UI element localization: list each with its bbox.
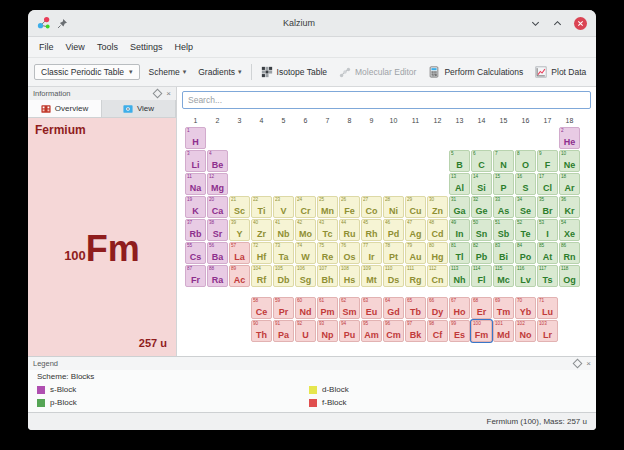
element-Sr[interactable]: 38Sr — [207, 219, 228, 241]
element-Cr[interactable]: 24Cr — [295, 196, 316, 218]
element-Ag[interactable]: 47Ag — [405, 219, 426, 241]
element-Sg[interactable]: 106Sg — [295, 265, 316, 287]
element-Lu[interactable]: 71Lu — [537, 297, 558, 319]
float-panel-icon[interactable] — [574, 360, 581, 367]
element-Fe[interactable]: 26Fe — [339, 196, 360, 218]
element-Nb[interactable]: 41Nb — [273, 219, 294, 241]
element-Nd[interactable]: 60Nd — [295, 297, 316, 319]
element-Tl[interactable]: 81Tl — [449, 242, 470, 264]
element-Fr[interactable]: 87Fr — [185, 265, 206, 287]
element-Ba[interactable]: 56Ba — [207, 242, 228, 264]
element-Si[interactable]: 14Si — [471, 173, 492, 195]
element-As[interactable]: 33As — [493, 196, 514, 218]
element-Sm[interactable]: 62Sm — [339, 297, 360, 319]
element-Tb[interactable]: 65Tb — [405, 297, 426, 319]
element-Na[interactable]: 11Na — [185, 173, 206, 195]
element-Np[interactable]: 93Np — [317, 320, 338, 342]
element-Ca[interactable]: 20Ca — [207, 196, 228, 218]
element-Fl[interactable]: 114Fl — [471, 265, 492, 287]
tab-view[interactable]: View — [102, 100, 176, 117]
element-Lr[interactable]: 103Lr — [537, 320, 558, 342]
element-At[interactable]: 85At — [537, 242, 558, 264]
element-Rn[interactable]: 86Rn — [559, 242, 580, 264]
perform-calculations-button[interactable]: Perform Calculations — [425, 64, 526, 80]
element-Ac[interactable]: 89Ac — [229, 265, 250, 287]
element-Ra[interactable]: 88Ra — [207, 265, 228, 287]
search-input[interactable] — [182, 91, 591, 109]
element-Ni[interactable]: 28Ni — [383, 196, 404, 218]
close-panel-icon[interactable]: × — [166, 90, 171, 98]
element-Pu[interactable]: 94Pu — [339, 320, 360, 342]
element-Ge[interactable]: 32Ge — [471, 196, 492, 218]
element-Cd[interactable]: 48Cd — [427, 219, 448, 241]
element-Og[interactable]: 118Og — [559, 265, 580, 287]
element-Gd[interactable]: 64Gd — [383, 297, 404, 319]
element-Be[interactable]: 4Be — [207, 150, 228, 172]
element-Zn[interactable]: 30Zn — [427, 196, 448, 218]
element-K[interactable]: 19K — [185, 196, 206, 218]
element-Bk[interactable]: 97Bk — [405, 320, 426, 342]
element-Ce[interactable]: 58Ce — [251, 297, 272, 319]
element-Ti[interactable]: 22Ti — [251, 196, 272, 218]
element-Xe[interactable]: 54Xe — [559, 219, 580, 241]
element-B[interactable]: 5B — [449, 150, 470, 172]
element-Pr[interactable]: 59Pr — [273, 297, 294, 319]
element-He[interactable]: 2He — [559, 127, 580, 149]
element-Cf[interactable]: 98Cf — [427, 320, 448, 342]
float-panel-icon[interactable] — [154, 90, 161, 97]
element-Md[interactable]: 101Md — [493, 320, 514, 342]
element-N[interactable]: 7N — [493, 150, 514, 172]
element-Mn[interactable]: 25Mn — [317, 196, 338, 218]
element-Cm[interactable]: 96Cm — [383, 320, 404, 342]
element-Mg[interactable]: 12Mg — [207, 173, 228, 195]
element-Rf[interactable]: 104Rf — [251, 265, 272, 287]
element-Cs[interactable]: 55Cs — [185, 242, 206, 264]
element-Ta[interactable]: 73Ta — [273, 242, 294, 264]
element-Yb[interactable]: 70Yb — [515, 297, 536, 319]
menu-item-settings[interactable]: Settings — [124, 40, 169, 54]
element-Tm[interactable]: 69Tm — [493, 297, 514, 319]
element-Rb[interactable]: 37Rb — [185, 219, 206, 241]
element-Mt[interactable]: 109Mt — [361, 265, 382, 287]
element-Eu[interactable]: 63Eu — [361, 297, 382, 319]
element-Re[interactable]: 75Re — [317, 242, 338, 264]
element-Y[interactable]: 39Y — [229, 219, 250, 241]
element-Am[interactable]: 95Am — [361, 320, 382, 342]
element-Th[interactable]: 90Th — [251, 320, 272, 342]
pin-icon[interactable] — [57, 18, 68, 29]
element-U[interactable]: 92U — [295, 320, 316, 342]
element-Sn[interactable]: 50Sn — [471, 219, 492, 241]
element-Kr[interactable]: 36Kr — [559, 196, 580, 218]
element-Ho[interactable]: 67Ho — [449, 297, 470, 319]
element-Li[interactable]: 3Li — [185, 150, 206, 172]
element-P[interactable]: 15P — [493, 173, 514, 195]
molecular-editor-button[interactable]: Molecular Editor — [336, 64, 419, 80]
gradients-dropdown[interactable]: Gradients ▾ — [195, 65, 244, 79]
element-Cl[interactable]: 17Cl — [537, 173, 558, 195]
element-Bh[interactable]: 107Bh — [317, 265, 338, 287]
element-O[interactable]: 8O — [515, 150, 536, 172]
element-Co[interactable]: 27Co — [361, 196, 382, 218]
element-Br[interactable]: 35Br — [537, 196, 558, 218]
plot-data-button[interactable]: Plot Data — [532, 64, 589, 80]
element-Er[interactable]: 68Er — [471, 297, 492, 319]
element-No[interactable]: 102No — [515, 320, 536, 342]
element-Mo[interactable]: 42Mo — [295, 219, 316, 241]
minimize-button[interactable] — [530, 18, 541, 29]
element-Db[interactable]: 105Db — [273, 265, 294, 287]
element-Cn[interactable]: 112Cn — [427, 265, 448, 287]
element-Ir[interactable]: 77Ir — [361, 242, 382, 264]
element-Lv[interactable]: 116Lv — [515, 265, 536, 287]
close-button[interactable] — [574, 17, 587, 30]
element-Hf[interactable]: 72Hf — [251, 242, 272, 264]
close-panel-icon[interactable]: × — [586, 360, 591, 368]
element-Ne[interactable]: 10Ne — [559, 150, 580, 172]
element-Zr[interactable]: 40Zr — [251, 219, 272, 241]
element-Pm[interactable]: 61Pm — [317, 297, 338, 319]
element-Hg[interactable]: 80Hg — [427, 242, 448, 264]
maximize-button[interactable] — [552, 18, 563, 29]
element-I[interactable]: 53I — [537, 219, 558, 241]
element-W[interactable]: 74W — [295, 242, 316, 264]
scheme-dropdown[interactable]: Scheme ▾ — [146, 65, 190, 79]
element-Fm[interactable]: 100Fm — [471, 320, 492, 342]
